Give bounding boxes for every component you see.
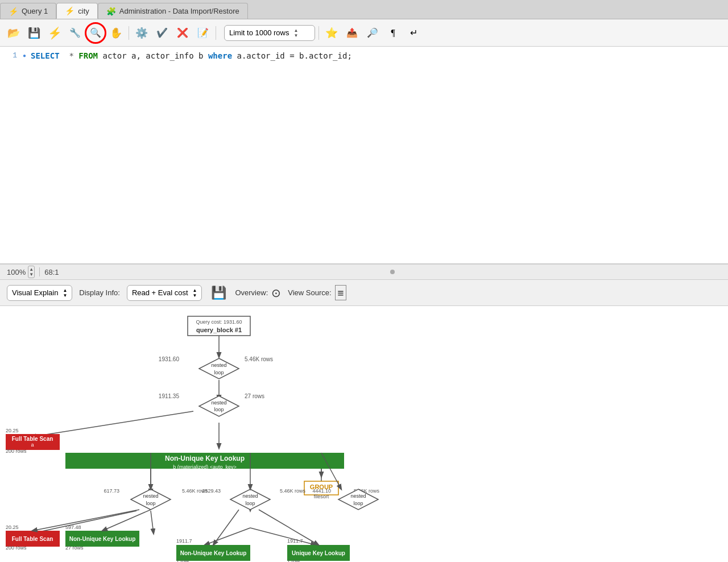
overview-button[interactable]: Overview: ⊙ [235, 286, 281, 300]
limit-arrows[interactable]: ▲ ▼ [294, 28, 299, 38]
cursor-position: 68:1 [44, 268, 59, 276]
svg-line-56 [32, 510, 139, 531]
nested-loop-1-diamond [199, 358, 239, 379]
execute-button[interactable]: ⚡ [46, 24, 64, 42]
wrap-button[interactable]: ↵ [404, 24, 423, 42]
mode-label: Visual Explain [12, 288, 58, 297]
svg-text:loop: loop [214, 370, 224, 375]
tab-query1[interactable]: ⚡ Query 1 [0, 3, 56, 19]
save-button[interactable]: 💾 [25, 24, 43, 42]
nested-loop-2-diamond [199, 396, 239, 416]
svg-text:1 row: 1 row [287, 559, 300, 562]
separator-2 [216, 26, 216, 40]
svg-text:27 rows: 27 rows [65, 545, 84, 551]
main-toolbar: 📂 💾 ⚡ 🔧 🔍 ✋ ⚙️ ✔️ ❌ 📝 Limit to 1000 rows… [0, 19, 728, 47]
svg-line-2 [31, 411, 193, 437]
open-button[interactable]: 📂 [5, 24, 23, 42]
zoom-value: 100% [7, 268, 26, 276]
mode-arrows[interactable]: ▲▼ [63, 288, 67, 298]
editor-area[interactable]: 1 ● SELECT * FROM actor a, actor_info b … [0, 47, 728, 264]
line-dot-1: ● [23, 53, 26, 59]
sql-where: where [208, 51, 232, 60]
tab-query1-label: Query 1 [22, 7, 48, 15]
tab-city-label: city [78, 7, 89, 15]
svg-text:200 rows: 200 rows [6, 448, 27, 454]
tab-query1-icon: ⚡ [9, 7, 18, 16]
tab-city-icon: ⚡ [65, 6, 75, 15]
svg-text:2529.43: 2529.43 [202, 488, 221, 494]
svg-text:20.25: 20.25 [6, 428, 19, 433]
svg-text:27 rows: 27 rows [245, 393, 264, 399]
svg-text:b (materialized)    <auto_key>: b (materialized) <auto_key> [173, 464, 237, 470]
cancel-button[interactable]: ❌ [173, 24, 192, 42]
nested-loop-3-diamond [131, 489, 171, 510]
favorites-button[interactable]: ⭐ [322, 24, 341, 42]
sql-condition: a.actor_id = b.actor_id; [237, 51, 352, 60]
svg-text:1911.7: 1911.7 [176, 538, 192, 544]
svg-text:Non-Unique Key Lookup: Non-Unique Key Lookup [165, 454, 245, 462]
svg-text:loop: loop [353, 501, 363, 506]
limit-label: Limit to 1000 rows [229, 28, 289, 37]
tab-admin-icon: 🧩 [106, 7, 116, 16]
settings-button[interactable]: ⚙️ [133, 24, 151, 42]
display-info-label: Display Info: [79, 288, 120, 297]
svg-text:5.46K rows: 5.46K rows [245, 356, 273, 362]
display-mode-arrows[interactable]: ▲▼ [193, 288, 197, 298]
sql-from-tables: actor a, actor_info b [102, 51, 208, 60]
svg-text:loop: loop [146, 501, 155, 506]
svg-line-7 [31, 511, 136, 534]
svg-text:20.25: 20.25 [6, 524, 19, 530]
svg-text:filesort: filesort [314, 494, 329, 499]
check-button[interactable]: ✔️ [153, 24, 171, 42]
svg-text:4441.10: 4441.10 [312, 488, 331, 494]
svg-text:5.46K rows: 5.46K rows [280, 488, 306, 494]
svg-line-8 [151, 511, 154, 534]
export-button[interactable]: 📤 [343, 24, 361, 42]
execute2-button[interactable]: 🔧 [66, 24, 84, 42]
overview-label: Overview: [235, 288, 268, 297]
svg-text:1931.60: 1931.60 [159, 356, 180, 362]
svg-text:loop: loop [245, 501, 255, 506]
sql-code: SELECT * FROM actor a, actor_info b wher… [31, 51, 352, 60]
overview-icon: ⊙ [271, 286, 281, 300]
query-block-label: query_block #1 [196, 327, 242, 333]
svg-line-58 [213, 510, 239, 545]
scrollbar-dot [390, 270, 395, 274]
tab-admin[interactable]: 🧩 Administration - Data Import/Restore [98, 3, 248, 19]
svg-text:nested: nested [143, 493, 158, 499]
stop-button[interactable]: ✋ [107, 24, 125, 42]
svg-text:a: a [31, 442, 34, 448]
diagram-area: Query cost: 1931.60 query_block #1 1931.… [0, 306, 728, 562]
svg-text:loop: loop [214, 407, 224, 412]
svg-text:1 row: 1 row [176, 559, 189, 562]
tab-bar: ⚡ Query 1 ⚡ city 🧩 Administration - Data… [0, 0, 728, 19]
svg-text:nested: nested [211, 362, 226, 368]
sql-select: SELECT [31, 51, 60, 60]
zoom-control[interactable]: 100% ▲ ▼ [7, 266, 35, 278]
svg-text:nested: nested [350, 493, 366, 499]
limit-select[interactable]: Limit to 1000 rows ▲ ▼ [224, 25, 315, 41]
tab-city[interactable]: ⚡ city [56, 3, 98, 19]
display-mode-select[interactable]: Read + Eval cost ▲▼ [127, 285, 202, 301]
separator-1 [129, 26, 129, 40]
view-source-icon: ≡ [335, 285, 347, 300]
edit-button[interactable]: 📝 [194, 24, 212, 42]
svg-text:1911.35: 1911.35 [159, 393, 180, 399]
inspect-button[interactable]: 🔍 [86, 24, 105, 42]
svg-text:200 rows: 200 rows [6, 545, 27, 551]
svg-text:Full Table Scan: Full Table Scan [12, 436, 53, 442]
search-button[interactable]: 🔎 [363, 24, 382, 42]
sql-star: * [64, 51, 78, 60]
format-button[interactable]: ¶ [384, 24, 402, 42]
svg-text:Unique Key Lookup: Unique Key Lookup [292, 550, 345, 556]
view-source-button[interactable]: View Source: ≡ [288, 285, 346, 300]
svg-text:1911.7: 1911.7 [287, 538, 303, 544]
mode-select[interactable]: Visual Explain ▲▼ [7, 285, 72, 301]
svg-text:nested: nested [242, 493, 258, 499]
sql-from: FROM [78, 51, 98, 60]
svg-text:617.73: 617.73 [104, 488, 119, 494]
save-diagram-button[interactable]: 💾 [209, 284, 228, 301]
zoom-arrows[interactable]: ▲ ▼ [28, 266, 35, 278]
view-source-label: View Source: [288, 288, 331, 297]
status-bar: 100% ▲ ▼ 68:1 [0, 264, 728, 280]
